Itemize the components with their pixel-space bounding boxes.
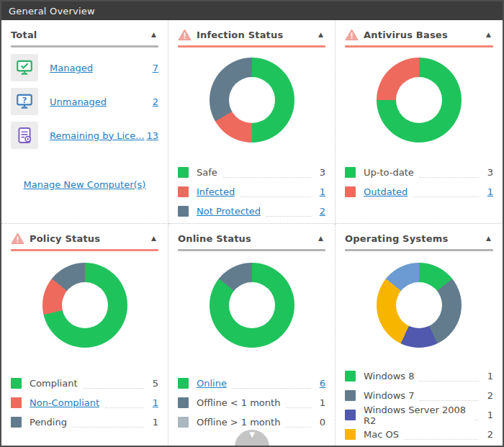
leader-line — [286, 427, 311, 428]
legend-item-up-to-date: Up-to-date 3 — [345, 163, 493, 182]
managed-count-link[interactable]: 7 — [153, 63, 158, 73]
panel-infection-header: Infection Status ▲ — [178, 26, 325, 43]
panel-title: Antivirus Bases — [364, 30, 448, 40]
legend-swatch — [178, 397, 189, 408]
window-titlebar: General Overview — [1, 1, 503, 20]
header-underline — [345, 249, 493, 251]
non-compliant-count-link[interactable]: 1 — [148, 397, 158, 408]
panel-infection-status: Infection Status ▲ Safe 3 Infected 1 — [168, 20, 336, 224]
antivirus-bases-legend: Up-to-date 3 Outdated 1 — [345, 163, 493, 202]
panel-title: Policy Status — [30, 233, 100, 244]
legend-swatch — [11, 417, 22, 428]
license-document-icon — [11, 122, 38, 149]
legend-item-offline-lt-month: Offline < 1 month 1 — [178, 393, 325, 412]
collapse-arrow-icon[interactable]: ▲ — [484, 30, 493, 40]
legend-label: Windows Server 2008 R2 — [364, 405, 469, 426]
legend-swatch — [11, 397, 22, 408]
legend-value: 1 — [315, 397, 325, 408]
online-count-link[interactable]: 6 — [315, 378, 325, 389]
managed-computer-icon — [11, 54, 38, 81]
infected-count-link[interactable]: 1 — [315, 186, 325, 197]
infection-status-donut-chart — [210, 58, 294, 143]
policy-status-legend: Compliant 5 Non-Compliant 1 Pending 1 — [11, 374, 158, 432]
leader-line — [405, 439, 479, 440]
panel-title: Operating Systems — [345, 233, 448, 244]
legend-swatch — [178, 206, 189, 217]
header-underline — [345, 45, 493, 48]
legend-swatch — [345, 186, 356, 197]
managed-link[interactable]: Managed — [50, 63, 93, 73]
svg-text:?: ? — [22, 95, 27, 105]
not-protected-link[interactable]: Not Protected — [197, 206, 261, 217]
warning-triangle-icon — [345, 29, 359, 41]
scroll-down-button[interactable]: ▼ — [235, 430, 269, 447]
legend-item-mac-os: Mac OS 2 — [345, 425, 493, 444]
leader-line — [413, 197, 479, 197]
not-protected-count-link[interactable]: 2 — [315, 206, 325, 217]
scroll-down-arrow-icon: ▼ — [235, 430, 269, 440]
legend-swatch — [178, 167, 189, 178]
legend-swatch — [178, 417, 189, 428]
online-status-legend: Online 6 Offline < 1 month 1 Offline > 1… — [178, 374, 325, 432]
legend-swatch — [178, 186, 189, 197]
manage-new-computers-row: Manage New Computer(s) — [11, 179, 158, 190]
header-underline — [178, 45, 325, 48]
leader-line — [105, 407, 144, 408]
legend-value: 2 — [483, 390, 493, 401]
legend-label: Up-to-date — [364, 167, 414, 178]
total-row-unmanaged: ? Unmanaged 2 — [11, 88, 158, 115]
legend-label: Mac OS — [364, 429, 399, 440]
legend-label: Safe — [197, 167, 217, 178]
leader-line — [286, 407, 311, 408]
leader-line — [223, 177, 311, 178]
online-link[interactable]: Online — [197, 378, 227, 389]
legend-item-not-protected: Not Protected 2 — [178, 202, 325, 221]
legend-item-non-compliant: Non-Compliant 1 — [11, 393, 158, 412]
legend-item-online: Online 6 — [178, 374, 325, 393]
legend-item-pending: Pending 1 — [11, 412, 158, 432]
outdated-link[interactable]: Outdated — [364, 186, 408, 197]
leader-line — [233, 388, 311, 389]
legend-label: Compliant — [30, 378, 77, 389]
leader-line — [474, 420, 479, 420]
antivirus-bases-donut-chart — [377, 58, 462, 143]
header-underline — [11, 45, 158, 48]
panel-title: Online Status — [178, 233, 251, 244]
remaining-licenses-count-link[interactable]: 13 — [146, 130, 158, 141]
panel-os-header: Operating Systems ▲ — [345, 230, 493, 247]
unmanaged-link[interactable]: Unmanaged — [50, 96, 107, 107]
legend-value: 1 — [483, 410, 493, 420]
legend-swatch — [178, 378, 189, 389]
header-underline — [178, 249, 325, 251]
collapse-arrow-icon[interactable]: ▲ — [149, 233, 158, 243]
leader-line — [420, 381, 479, 381]
leader-line — [83, 388, 144, 389]
legend-label: Windows 7 — [364, 390, 414, 401]
collapse-arrow-icon[interactable]: ▲ — [316, 30, 325, 40]
warning-triangle-icon — [11, 232, 24, 245]
collapse-arrow-icon[interactable]: ▲ — [484, 233, 493, 243]
legend-label: Windows 8 — [364, 371, 414, 381]
unmanaged-count-link[interactable]: 2 — [153, 96, 158, 107]
legend-value: 3 — [315, 167, 325, 178]
policy-status-donut-chart — [42, 263, 127, 348]
panel-total-header: Total ▲ — [11, 26, 158, 43]
legend-value: 5 — [148, 378, 158, 389]
manage-new-computers-link[interactable]: Manage New Computer(s) — [24, 179, 146, 190]
online-status-donut-chart — [210, 263, 294, 348]
panel-total: Total ▲ Managed 7 — [1, 20, 168, 224]
collapse-arrow-icon[interactable]: ▲ — [149, 30, 158, 40]
panel-online-header: Online Status ▲ — [178, 230, 325, 247]
legend-item-offline-gt-month: Offline > 1 month 0 — [178, 412, 325, 432]
operating-systems-legend: Windows 8 1 Windows 7 2 Windows Server 2… — [345, 366, 493, 444]
window-title: General Overview — [9, 6, 95, 17]
panel-antivirus-bases: Antivirus Bases ▲ Up-to-date 3 Outdated … — [336, 20, 503, 224]
collapse-arrow-icon[interactable]: ▲ — [316, 233, 325, 243]
remaining-licenses-link[interactable]: Remaining by Lice... — [50, 130, 145, 141]
legend-swatch — [345, 167, 356, 178]
outdated-count-link[interactable]: 1 — [483, 186, 493, 197]
infected-link[interactable]: Infected — [197, 186, 235, 197]
legend-swatch — [345, 429, 356, 440]
leader-line — [240, 197, 311, 197]
non-compliant-link[interactable]: Non-Compliant — [30, 397, 99, 408]
